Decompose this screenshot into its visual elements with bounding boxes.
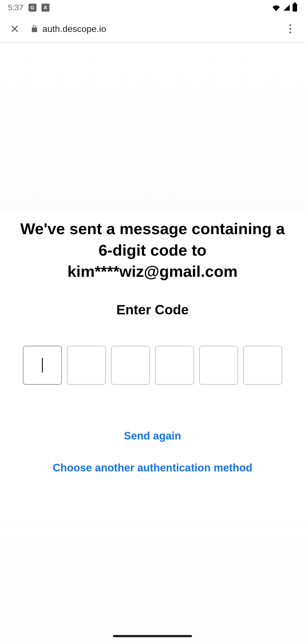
send-again-link[interactable]: Send again [0, 430, 305, 442]
code-inputs-container [0, 346, 305, 385]
more-vert-icon [289, 24, 291, 33]
signal-icon [283, 4, 290, 11]
status-bar: 5:37 G A [0, 0, 305, 15]
code-digit-4[interactable] [155, 346, 194, 385]
app-icon: A [42, 4, 49, 12]
svg-point-4 [289, 32, 291, 33]
google-icon: G [29, 4, 36, 12]
bottom-gradient [0, 525, 305, 644]
code-digit-5[interactable] [199, 346, 238, 385]
code-digit-3[interactable] [111, 346, 150, 385]
content-area: We've sent a message containing a 6-digi… [0, 43, 305, 644]
main-content: We've sent a message containing a 6-digi… [0, 43, 305, 474]
close-icon [10, 24, 20, 34]
more-button[interactable] [284, 22, 297, 36]
close-button[interactable] [8, 22, 21, 36]
svg-point-3 [289, 28, 291, 30]
battery-icon [293, 4, 297, 12]
choose-another-method-link[interactable]: Choose another authentication method [0, 462, 305, 474]
android-nav-bar[interactable] [113, 635, 192, 637]
wifi-icon [272, 4, 281, 11]
verification-message: We've sent a message containing a 6-digi… [0, 218, 305, 282]
enter-code-label: Enter Code [0, 302, 305, 317]
status-time: 5:37 [8, 3, 23, 12]
lock-icon [30, 25, 38, 33]
svg-point-2 [289, 24, 291, 26]
code-digit-1[interactable] [23, 346, 62, 385]
status-left: 5:37 G A [8, 3, 49, 12]
browser-bar: auth.descope.io [0, 15, 305, 43]
url-text[interactable]: auth.descope.io [42, 24, 284, 34]
status-right [272, 4, 297, 12]
code-digit-2[interactable] [67, 346, 106, 385]
code-digit-6[interactable] [243, 346, 282, 385]
